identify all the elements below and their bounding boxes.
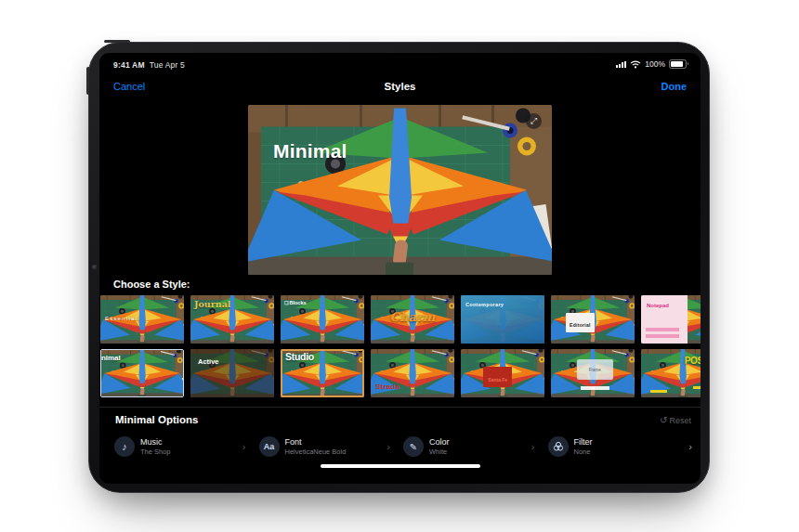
style-thumbnail-essential[interactable]: Essential bbox=[100, 295, 184, 344]
font-label: Font bbox=[285, 437, 347, 448]
style-thumbnail-santafe[interactable]: Santa Fe bbox=[461, 349, 544, 397]
date-text: Tue Apr 5 bbox=[150, 60, 185, 70]
top-button bbox=[104, 40, 130, 43]
chevron-right-icon: › bbox=[531, 441, 535, 452]
color-label: Color bbox=[429, 437, 450, 448]
style-row-2: Minimal Active Studio Strada Santa Fe bbox=[100, 349, 701, 397]
filter-option[interactable]: Filter None › bbox=[548, 436, 693, 457]
music-label: Music bbox=[140, 437, 171, 448]
font-value: HelveticaNeue Bold bbox=[285, 448, 347, 456]
font-aa-icon: Aa bbox=[259, 436, 280, 457]
filter-value: None bbox=[574, 448, 593, 456]
fullscreen-expand-icon[interactable]: ⤢ bbox=[526, 113, 542, 129]
filter-label: Filter bbox=[574, 437, 593, 448]
style-thumbnail-editorial[interactable]: Editorial bbox=[551, 295, 635, 344]
style-thumbnail-active[interactable]: Active bbox=[190, 349, 274, 397]
done-button[interactable]: Done bbox=[661, 81, 688, 92]
cellular-signal-icon bbox=[616, 60, 626, 68]
reset-icon: ↺ bbox=[660, 415, 667, 425]
volume-button bbox=[86, 67, 89, 95]
home-indicator[interactable] bbox=[321, 464, 480, 468]
style-row-1: Essential Journal ❏Blocks Charm Contempo… bbox=[100, 295, 701, 344]
options-divider bbox=[99, 407, 701, 408]
chevron-right-icon: › bbox=[242, 441, 246, 452]
style-thumbnail-blocks[interactable]: ❏Blocks bbox=[281, 295, 364, 344]
ipad-device-frame: 9:41 AMTue Apr 5 100% Cancel Styles Done… bbox=[88, 42, 710, 493]
music-option[interactable]: ♪ Music The Shop › bbox=[114, 436, 259, 457]
front-camera-dot bbox=[92, 265, 98, 270]
music-value: The Shop bbox=[140, 448, 171, 456]
style-thumbnail-charm[interactable]: Charm bbox=[371, 295, 454, 344]
style-thumbnail-frame[interactable]: Frame bbox=[551, 349, 635, 397]
style-thumbnail-poster[interactable]: POSTER bbox=[641, 349, 701, 397]
color-value: White bbox=[429, 448, 450, 456]
imovie-styles-screen: 9:41 AMTue Apr 5 100% Cancel Styles Done… bbox=[99, 53, 701, 484]
options-heading: Minimal Options bbox=[115, 414, 198, 425]
video-preview[interactable]: Minimal ⤢ bbox=[248, 105, 552, 275]
style-thumbnail-journal[interactable]: Journal bbox=[190, 295, 274, 344]
filter-icon bbox=[548, 436, 569, 457]
reset-button[interactable]: ↺Reset bbox=[660, 415, 691, 425]
page-title: Styles bbox=[99, 81, 701, 92]
style-thumbnail-strada[interactable]: Strada bbox=[371, 349, 454, 397]
chevron-right-icon: › bbox=[386, 441, 390, 452]
battery-icon bbox=[669, 59, 687, 69]
kite-video-frame bbox=[248, 105, 552, 275]
color-option[interactable]: ✎ Color White › bbox=[403, 436, 548, 457]
choose-style-heading: Choose a Style: bbox=[113, 279, 190, 290]
music-note-icon: ♪ bbox=[114, 436, 135, 457]
status-bar: 9:41 AMTue Apr 5 100% bbox=[99, 53, 701, 75]
style-thumbnail-minimal[interactable]: Minimal bbox=[100, 349, 184, 397]
chevron-right-icon: › bbox=[688, 441, 692, 452]
options-row: ♪ Music The Shop › Aa Font HelveticaNeue… bbox=[114, 434, 692, 460]
color-pencil-icon: ✎ bbox=[403, 436, 424, 457]
clock-text: 9:41 AM bbox=[113, 60, 145, 70]
wifi-icon bbox=[630, 60, 641, 69]
style-thumbnail-studio[interactable]: Studio bbox=[281, 349, 364, 397]
style-thumbnail-contemporary[interactable]: Contemporary bbox=[461, 295, 544, 344]
style-thumbnail-notepad[interactable]: Notepad bbox=[641, 295, 701, 344]
reset-label: Reset bbox=[669, 416, 691, 425]
font-option[interactable]: Aa Font HelveticaNeue Bold › bbox=[259, 436, 404, 457]
preview-style-title-overlay: Minimal bbox=[273, 140, 347, 162]
battery-percent-text: 100% bbox=[645, 59, 665, 69]
status-time-date: 9:41 AMTue Apr 5 bbox=[113, 60, 185, 70]
